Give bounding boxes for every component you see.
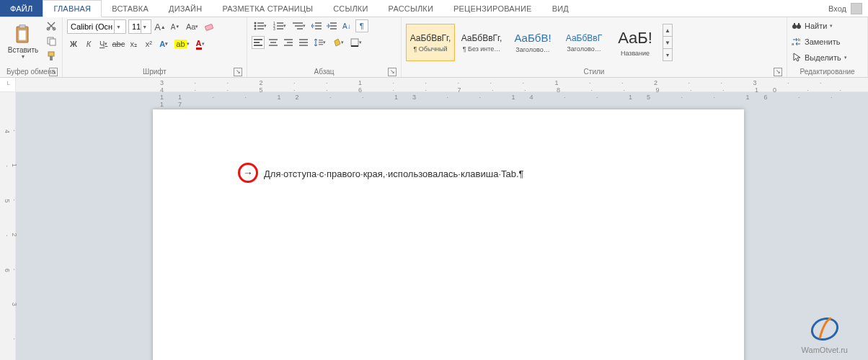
menu-tabs: ФАЙЛ ГЛАВНАЯ ВСТАВКА ДИЗАЙН РАЗМЕТКА СТР…: [0, 0, 868, 17]
svg-rect-39: [284, 45, 293, 46]
tab-home[interactable]: ГЛАВНАЯ: [43, 0, 102, 17]
styles-dialog-launcher[interactable]: ↘: [774, 68, 782, 76]
scroll-up-button[interactable]: ▲: [663, 24, 672, 37]
style-item-0[interactable]: АаБбВвГг,¶ Обычный: [406, 24, 455, 61]
document-canvas[interactable]: → Для·отступа·с·правого·края,·использова…: [16, 92, 868, 360]
find-button[interactable]: Найти▾: [792, 19, 847, 32]
shading-button[interactable]: ▾: [330, 36, 346, 49]
align-right-icon: [284, 39, 293, 46]
replace-icon: ab: [792, 37, 802, 47]
subscript-button[interactable]: x₂: [127, 37, 140, 50]
strikethrough-button[interactable]: abc: [112, 37, 125, 50]
tab-insert[interactable]: ВСТАВКА: [102, 0, 159, 17]
tab-file[interactable]: ФАЙЛ: [0, 0, 43, 17]
annotation-tab-marker: →: [238, 163, 258, 183]
clipboard-dialog-launcher[interactable]: ↘: [49, 68, 58, 76]
brush-icon: [46, 51, 56, 61]
justify-icon: [299, 39, 308, 46]
text-effects-button[interactable]: A▾: [157, 37, 170, 50]
paragraph-dialog-launcher[interactable]: ↘: [388, 68, 397, 76]
font-color-button[interactable]: A▾: [194, 37, 207, 50]
shrink-font-button[interactable]: A▼: [169, 20, 182, 33]
svg-rect-2: [19, 30, 26, 40]
style-sample: АаБ!: [618, 29, 652, 48]
svg-rect-11: [257, 22, 264, 24]
svg-rect-51: [798, 23, 800, 25]
font-name-input[interactable]: Calibri (Осн▼: [67, 19, 126, 34]
svg-rect-17: [277, 22, 283, 24]
grow-font-button[interactable]: A▲: [154, 20, 167, 33]
replace-button[interactable]: ab Заменить: [792, 35, 847, 48]
indent-icon: [327, 22, 337, 30]
tab-page-layout[interactable]: РАЗМЕТКА СТРАНИЦЫ: [212, 0, 323, 17]
highlight-button[interactable]: ab▾: [172, 37, 191, 50]
tab-arrow-icon: →: [243, 167, 253, 179]
font-dialog-launcher[interactable]: ↘: [234, 68, 242, 76]
paste-icon: [12, 24, 34, 45]
svg-rect-32: [254, 42, 260, 43]
line-spacing-button[interactable]: ▾: [312, 36, 328, 49]
sort-button[interactable]: A↓: [340, 19, 353, 32]
ruler-horizontal[interactable]: 3 · · 2 · · 1 · · · · · 1 · · 2 · · 3 · …: [16, 78, 868, 91]
font-size-input[interactable]: 11▼: [128, 19, 151, 34]
cut-button[interactable]: [45, 19, 58, 32]
watermark-logo-icon: [810, 314, 840, 344]
style-item-1[interactable]: АаБбВвГг,¶ Без инте…: [457, 24, 506, 61]
svg-point-12: [254, 25, 257, 27]
change-case-button[interactable]: Aa▾: [184, 20, 200, 33]
tab-mailings[interactable]: РАССЫЛКИ: [378, 0, 443, 17]
tab-references[interactable]: ССЫЛКИ: [323, 0, 378, 17]
increase-indent-button[interactable]: [325, 19, 338, 32]
multilevel-icon: [293, 22, 303, 30]
bold-button[interactable]: Ж: [67, 37, 80, 50]
style-item-2[interactable]: АаБбВ!Заголово…: [508, 24, 557, 61]
numbering-button[interactable]: 123▾: [271, 19, 288, 32]
italic-button[interactable]: К: [82, 37, 95, 50]
group-font: Calibri (Осн▼ 11▼ A▲ A▼ Aa▾ Ж К Ч▾ abc x…: [63, 17, 247, 77]
ruler-vertical[interactable]: · 1 · 2 · 3 · 4 · 5 · 6: [0, 92, 16, 360]
svg-rect-26: [315, 25, 322, 27]
ruler-horizontal-wrap: └ 3 · · 2 · · 1 · · · · · 1 · · 2 · · 3 …: [0, 78, 868, 92]
svg-rect-21: [277, 28, 283, 30]
account-sign-in[interactable]: Вход: [823, 0, 868, 17]
paste-button[interactable]: Вставить ▼: [4, 19, 42, 64]
style-item-4[interactable]: АаБ!Название: [611, 24, 660, 61]
justify-button[interactable]: [297, 36, 310, 49]
svg-rect-50: [794, 23, 795, 25]
chevron-down-icon[interactable]: ▼: [114, 20, 123, 33]
svg-rect-6: [50, 39, 56, 45]
page[interactable]: → Для·отступа·с·правого·края,·использова…: [153, 109, 744, 360]
clear-formatting-button[interactable]: [203, 20, 216, 33]
styles-more-button[interactable]: ▾: [663, 49, 672, 60]
tab-design[interactable]: ДИЗАЙН: [159, 0, 212, 17]
document-area: · 1 · 2 · 3 · 4 · 5 · 6 → Для·отступа·с·…: [0, 92, 868, 360]
show-paragraph-marks-button[interactable]: ¶: [355, 19, 368, 32]
align-left-icon: [254, 39, 262, 46]
borders-button[interactable]: ▾: [348, 36, 364, 49]
svg-point-10: [254, 22, 257, 24]
svg-rect-38: [287, 42, 293, 43]
align-left-button[interactable]: [252, 36, 265, 49]
bullets-button[interactable]: ▾: [252, 19, 269, 32]
ruler-corner[interactable]: └: [0, 78, 16, 91]
copy-button[interactable]: [45, 35, 58, 48]
align-center-button[interactable]: [267, 36, 280, 49]
svg-rect-13: [257, 25, 264, 27]
svg-rect-42: [299, 45, 308, 46]
style-item-3[interactable]: АаБбВвГЗаголово…: [559, 24, 608, 61]
superscript-button[interactable]: x²: [142, 37, 155, 50]
format-painter-button[interactable]: [45, 50, 58, 63]
underline-button[interactable]: Ч▾: [97, 37, 110, 50]
group-styles: АаБбВвГг,¶ ОбычныйАаБбВвГг,¶ Без инте…Аа…: [402, 17, 787, 77]
svg-point-14: [254, 28, 257, 30]
tab-review[interactable]: РЕЦЕНЗИРОВАНИЕ: [443, 0, 542, 17]
tab-view[interactable]: ВИД: [542, 0, 579, 17]
document-text[interactable]: Для·отступа·с·правого·края,·использовала…: [264, 168, 524, 179]
eraser-icon: [203, 21, 215, 32]
multilevel-list-button[interactable]: ▾: [291, 19, 308, 32]
decrease-indent-button[interactable]: [310, 19, 323, 32]
align-right-button[interactable]: [282, 36, 295, 49]
scroll-down-button[interactable]: ▼: [663, 37, 672, 49]
select-button[interactable]: Выделить▾: [792, 51, 847, 64]
chevron-down-icon[interactable]: ▼: [141, 20, 148, 33]
